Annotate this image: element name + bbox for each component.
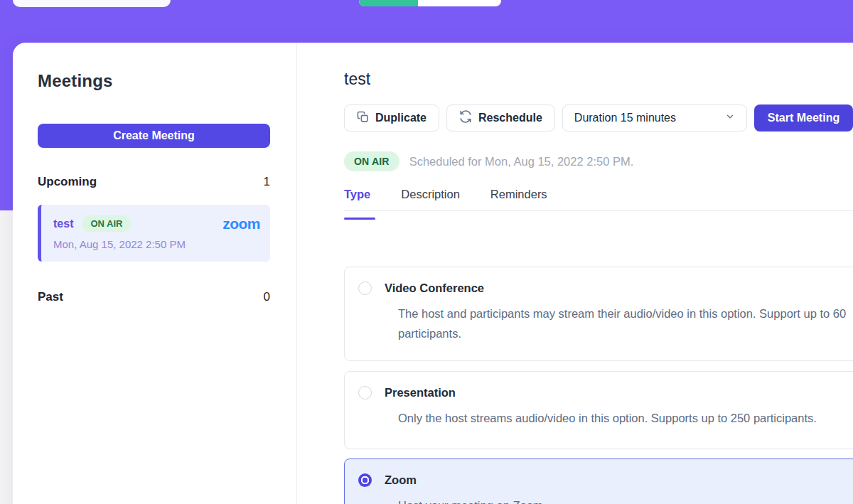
detail-tabs: Type Description Reminders <box>344 188 547 220</box>
create-meeting-button[interactable]: Create Meeting <box>38 124 270 148</box>
meetings-sidebar: Meetings Create Meeting Upcoming 1 test … <box>13 43 297 504</box>
past-section-header: Past 0 <box>38 290 270 304</box>
status-row: ON AIR Scheduled for Mon, Aug 15, 2022 2… <box>344 151 633 171</box>
tab-reminders[interactable]: Reminders <box>490 188 547 220</box>
upcoming-count: 1 <box>264 175 270 189</box>
option-video-conference[interactable]: Video Conference The host and participan… <box>344 267 853 361</box>
option-presentation[interactable]: Presentation Only the host streams audio… <box>344 371 853 449</box>
start-meeting-button[interactable]: Start Meeting <box>754 104 853 132</box>
meeting-title: test <box>53 218 73 230</box>
scheduled-text: Scheduled for Mon, Aug 15, 2022 2:50 PM. <box>409 155 634 168</box>
page-title: test <box>344 70 370 89</box>
duration-select[interactable]: Duration 15 minutes <box>562 104 747 132</box>
toast-progress-fill <box>359 0 418 6</box>
option-description: Only the host streams audio/video in thi… <box>398 408 853 428</box>
tab-description[interactable]: Description <box>401 188 460 220</box>
chevron-down-icon <box>725 112 735 124</box>
radio-checked-icon[interactable] <box>358 473 372 487</box>
meeting-status-badge: ON AIR <box>82 215 131 232</box>
tab-divider <box>344 210 853 211</box>
duplicate-label: Duplicate <box>375 112 426 124</box>
zoom-logo: zoom <box>222 216 260 231</box>
radio-unchecked-icon[interactable] <box>358 386 372 400</box>
past-count: 0 <box>264 290 270 304</box>
sidebar-title: Meetings <box>38 71 270 91</box>
upcoming-section-header: Upcoming 1 <box>38 175 270 189</box>
option-description: The host and participants may stream the… <box>398 304 853 343</box>
upcoming-label: Upcoming <box>38 175 97 189</box>
option-title: Presentation <box>385 386 456 400</box>
reschedule-label: Reschedule <box>478 112 542 124</box>
reschedule-button[interactable]: Reschedule <box>446 104 555 132</box>
copy-icon <box>357 111 369 126</box>
option-zoom[interactable]: Zoom Host your meeting on Zoom <box>344 459 853 504</box>
radio-unchecked-icon[interactable] <box>358 282 372 295</box>
option-description: Host your meeting on Zoom <box>398 495 853 504</box>
meeting-datetime: Mon, Aug 15, 2022 2:50 PM <box>53 238 260 250</box>
top-cutoff-panel <box>13 0 171 7</box>
toast-progress-bar <box>359 0 501 6</box>
onair-badge: ON AIR <box>344 151 399 171</box>
duration-value: Duration 15 minutes <box>574 112 676 124</box>
start-meeting-label: Start Meeting <box>768 112 839 124</box>
meeting-list-item[interactable]: test ON AIR zoom Mon, Aug 15, 2022 2:50 … <box>38 205 270 262</box>
option-title: Zoom <box>385 473 417 487</box>
app-card: Meetings Create Meeting Upcoming 1 test … <box>13 43 853 504</box>
action-toolbar: Duplicate Reschedule Duration 15 minutes <box>344 104 853 132</box>
meeting-detail-panel: test Duplicate <box>344 43 853 504</box>
option-title: Video Conference <box>385 282 484 295</box>
tab-type[interactable]: Type <box>344 188 370 220</box>
duplicate-button[interactable]: Duplicate <box>344 104 439 132</box>
refresh-icon <box>459 110 472 126</box>
past-label: Past <box>38 290 63 304</box>
